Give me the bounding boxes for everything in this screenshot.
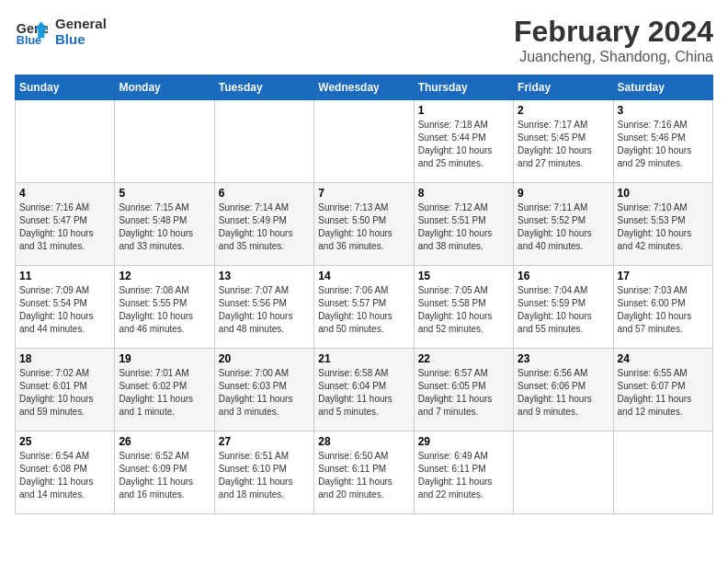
calendar-cell: 1Sunrise: 7:18 AM Sunset: 5:44 PM Daylig…	[414, 100, 513, 183]
month-title: February 2024	[514, 15, 713, 49]
day-info: Sunrise: 7:18 AM Sunset: 5:44 PM Dayligh…	[418, 119, 509, 170]
day-number: 16	[518, 270, 609, 282]
day-header-wednesday: Wednesday	[314, 75, 414, 100]
day-number: 12	[119, 270, 210, 282]
calendar-header-row: SundayMondayTuesdayWednesdayThursdayFrid…	[16, 75, 713, 100]
week-row-5: 25Sunrise: 6:54 AM Sunset: 6:08 PM Dayli…	[16, 431, 713, 514]
calendar-cell	[16, 100, 115, 183]
day-number: 21	[318, 352, 409, 365]
day-number: 19	[119, 352, 210, 365]
calendar-cell: 15Sunrise: 7:05 AM Sunset: 5:58 PM Dayli…	[414, 266, 513, 349]
location-title: Juancheng, Shandong, China	[514, 49, 713, 65]
day-header-saturday: Saturday	[613, 75, 712, 100]
calendar-cell: 26Sunrise: 6:52 AM Sunset: 6:09 PM Dayli…	[115, 431, 214, 514]
calendar-cell: 16Sunrise: 7:04 AM Sunset: 5:59 PM Dayli…	[514, 266, 613, 349]
calendar-cell: 22Sunrise: 6:57 AM Sunset: 6:05 PM Dayli…	[414, 349, 513, 431]
day-number: 17	[618, 270, 709, 282]
day-number: 18	[19, 352, 110, 365]
calendar-cell: 24Sunrise: 6:55 AM Sunset: 6:07 PM Dayli…	[613, 349, 712, 431]
calendar-cell: 27Sunrise: 6:51 AM Sunset: 6:10 PM Dayli…	[214, 431, 313, 514]
calendar-cell	[613, 431, 712, 514]
day-info: Sunrise: 6:51 AM Sunset: 6:10 PM Dayligh…	[219, 450, 310, 501]
calendar-cell: 19Sunrise: 7:01 AM Sunset: 6:02 PM Dayli…	[115, 349, 214, 431]
calendar-table: SundayMondayTuesdayWednesdayThursdayFrid…	[15, 75, 713, 514]
day-info: Sunrise: 7:15 AM Sunset: 5:48 PM Dayligh…	[119, 201, 210, 253]
day-info: Sunrise: 6:57 AM Sunset: 6:05 PM Dayligh…	[418, 367, 509, 419]
day-number: 24	[618, 352, 709, 365]
week-row-4: 18Sunrise: 7:02 AM Sunset: 6:01 PM Dayli…	[16, 349, 713, 431]
calendar-body: 1Sunrise: 7:18 AM Sunset: 5:44 PM Daylig…	[16, 100, 713, 514]
day-number: 28	[318, 435, 409, 448]
day-info: Sunrise: 6:54 AM Sunset: 6:08 PM Dayligh…	[19, 450, 110, 501]
day-number: 10	[618, 187, 709, 200]
week-row-2: 4Sunrise: 7:16 AM Sunset: 5:47 PM Daylig…	[16, 183, 713, 266]
day-info: Sunrise: 6:49 AM Sunset: 6:11 PM Dayligh…	[418, 450, 509, 501]
day-number: 20	[219, 352, 310, 365]
day-info: Sunrise: 7:05 AM Sunset: 5:58 PM Dayligh…	[418, 284, 509, 336]
day-number: 9	[518, 187, 609, 200]
page-header: General Blue General Blue February 2024 …	[15, 15, 713, 65]
day-number: 27	[219, 435, 310, 448]
day-number: 1	[418, 104, 509, 117]
day-number: 23	[518, 352, 609, 365]
day-info: Sunrise: 7:03 AM Sunset: 6:00 PM Dayligh…	[618, 284, 709, 336]
day-number: 22	[418, 352, 509, 365]
calendar-cell: 9Sunrise: 7:11 AM Sunset: 5:52 PM Daylig…	[514, 183, 613, 266]
day-number: 4	[19, 187, 110, 200]
day-header-friday: Friday	[514, 75, 613, 100]
calendar-cell: 2Sunrise: 7:17 AM Sunset: 5:45 PM Daylig…	[514, 100, 613, 183]
calendar-cell: 18Sunrise: 7:02 AM Sunset: 6:01 PM Dayli…	[16, 349, 115, 431]
day-info: Sunrise: 7:17 AM Sunset: 5:45 PM Dayligh…	[518, 119, 609, 170]
day-header-tuesday: Tuesday	[214, 75, 313, 100]
logo-icon: General Blue	[15, 15, 48, 48]
calendar-cell: 13Sunrise: 7:07 AM Sunset: 5:56 PM Dayli…	[214, 266, 313, 349]
day-number: 7	[318, 187, 409, 200]
calendar-cell: 3Sunrise: 7:16 AM Sunset: 5:46 PM Daylig…	[613, 100, 712, 183]
calendar-cell: 23Sunrise: 6:56 AM Sunset: 6:06 PM Dayli…	[514, 349, 613, 431]
calendar-cell: 5Sunrise: 7:15 AM Sunset: 5:48 PM Daylig…	[115, 183, 214, 266]
day-info: Sunrise: 7:11 AM Sunset: 5:52 PM Dayligh…	[518, 201, 609, 253]
day-number: 14	[318, 270, 409, 282]
day-info: Sunrise: 7:08 AM Sunset: 5:55 PM Dayligh…	[119, 284, 210, 336]
logo-general: General	[55, 16, 107, 31]
day-info: Sunrise: 7:14 AM Sunset: 5:49 PM Dayligh…	[219, 201, 310, 253]
day-info: Sunrise: 7:09 AM Sunset: 5:54 PM Dayligh…	[19, 284, 110, 336]
calendar-cell: 6Sunrise: 7:14 AM Sunset: 5:49 PM Daylig…	[214, 183, 313, 266]
week-row-1: 1Sunrise: 7:18 AM Sunset: 5:44 PM Daylig…	[16, 100, 713, 183]
calendar-cell	[514, 431, 613, 514]
day-info: Sunrise: 7:13 AM Sunset: 5:50 PM Dayligh…	[318, 201, 409, 253]
calendar-cell: 11Sunrise: 7:09 AM Sunset: 5:54 PM Dayli…	[16, 266, 115, 349]
week-row-3: 11Sunrise: 7:09 AM Sunset: 5:54 PM Dayli…	[16, 266, 713, 349]
calendar-cell: 20Sunrise: 7:00 AM Sunset: 6:03 PM Dayli…	[214, 349, 313, 431]
day-number: 5	[119, 187, 210, 200]
calendar-cell	[115, 100, 214, 183]
day-header-thursday: Thursday	[414, 75, 513, 100]
day-header-monday: Monday	[115, 75, 214, 100]
svg-text:Blue: Blue	[17, 34, 41, 47]
calendar-cell: 14Sunrise: 7:06 AM Sunset: 5:57 PM Dayli…	[314, 266, 414, 349]
day-info: Sunrise: 7:10 AM Sunset: 5:53 PM Dayligh…	[618, 201, 709, 253]
calendar-cell	[314, 100, 414, 183]
day-info: Sunrise: 6:50 AM Sunset: 6:11 PM Dayligh…	[318, 450, 409, 501]
day-info: Sunrise: 7:12 AM Sunset: 5:51 PM Dayligh…	[418, 201, 509, 253]
day-number: 11	[19, 270, 110, 282]
day-number: 25	[19, 435, 110, 448]
calendar-cell: 28Sunrise: 6:50 AM Sunset: 6:11 PM Dayli…	[314, 431, 414, 514]
day-info: Sunrise: 7:01 AM Sunset: 6:02 PM Dayligh…	[119, 367, 210, 419]
day-number: 26	[119, 435, 210, 448]
day-number: 3	[618, 104, 709, 117]
day-header-sunday: Sunday	[16, 75, 115, 100]
day-number: 15	[418, 270, 509, 282]
day-info: Sunrise: 7:06 AM Sunset: 5:57 PM Dayligh…	[318, 284, 409, 336]
calendar-cell: 7Sunrise: 7:13 AM Sunset: 5:50 PM Daylig…	[314, 183, 414, 266]
calendar-cell: 12Sunrise: 7:08 AM Sunset: 5:55 PM Dayli…	[115, 266, 214, 349]
day-info: Sunrise: 7:07 AM Sunset: 5:56 PM Dayligh…	[219, 284, 310, 336]
logo: General Blue General Blue	[15, 15, 107, 48]
calendar-cell: 25Sunrise: 6:54 AM Sunset: 6:08 PM Dayli…	[16, 431, 115, 514]
day-info: Sunrise: 7:02 AM Sunset: 6:01 PM Dayligh…	[19, 367, 110, 419]
calendar-cell	[214, 100, 313, 183]
day-number: 8	[418, 187, 509, 200]
day-number: 6	[219, 187, 310, 200]
calendar-cell: 21Sunrise: 6:58 AM Sunset: 6:04 PM Dayli…	[314, 349, 414, 431]
day-info: Sunrise: 6:56 AM Sunset: 6:06 PM Dayligh…	[518, 367, 609, 419]
